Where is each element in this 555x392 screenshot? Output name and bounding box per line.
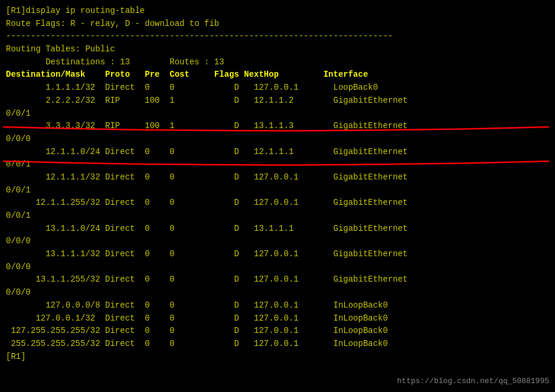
terminal-line: Route Flags: R - relay, D - download to … xyxy=(6,18,549,31)
terminal-line: 0/0/1 xyxy=(6,210,549,223)
terminal-window: [R1]display ip routing-tableRoute Flags:… xyxy=(0,0,555,392)
terminal-line: 2.2.2.2/32 RIP 100 1 D 12.1.1.2 GigabitE… xyxy=(6,94,549,107)
terminal-line: 12.1.1.255/32 Direct 0 0 D 127.0.0.1 Gig… xyxy=(6,197,549,210)
terminal-line: 0/0/1 xyxy=(6,107,549,120)
terminal-line: Destinations : 13 Routes : 13 xyxy=(6,56,549,69)
terminal-line: 127.0.0.0/8 Direct 0 0 D 127.0.0.1 InLoo… xyxy=(6,299,549,312)
terminal-line: 0/0/0 xyxy=(6,261,549,274)
terminal-line: 127.0.0.1/32 Direct 0 0 D 127.0.0.1 InLo… xyxy=(6,312,549,325)
terminal-line: 0/0/0 xyxy=(6,133,549,146)
terminal-line: 0/0/0 xyxy=(6,235,549,248)
terminal-line: 13.1.1.255/32 Direct 0 0 D 127.0.0.1 Gig… xyxy=(6,273,549,286)
terminal-line: 12.1.1.1/32 Direct 0 0 D 127.0.0.1 Gigab… xyxy=(6,171,549,184)
terminal-line: [R1]display ip routing-table xyxy=(6,5,549,18)
watermark: https://blog.csdn.net/qq_50881995 xyxy=(397,375,549,387)
terminal-line: 13.1.1.0/24 Direct 0 0 D 13.1.1.1 Gigabi… xyxy=(6,223,549,236)
terminal-line: Routing Tables: Public xyxy=(6,43,549,56)
terminal-line: 0/0/0 xyxy=(6,286,549,299)
terminal-line: 0/0/1 xyxy=(6,158,549,171)
terminal-line: 3.3.3.3/32 RIP 100 1 D 13.1.1.3 GigabitE… xyxy=(6,120,549,133)
terminal-line: 255.255.255.255/32 Direct 0 0 D 127.0.0.… xyxy=(6,338,549,351)
terminal-line: [R1] xyxy=(6,351,549,364)
terminal-line: 1.1.1.1/32 Direct 0 0 D 127.0.0.1 LoopBa… xyxy=(6,81,549,94)
terminal-line: 12.1.1.0/24 Direct 0 0 D 12.1.1.1 Gigabi… xyxy=(6,146,549,159)
terminal-line: ----------------------------------------… xyxy=(6,30,549,43)
terminal-line: 13.1.1.1/32 Direct 0 0 D 127.0.0.1 Gigab… xyxy=(6,248,549,261)
terminal-line: Destination/Mask Proto Pre Cost Flags Ne… xyxy=(6,68,549,81)
terminal-line: 127.255.255.255/32 Direct 0 0 D 127.0.0.… xyxy=(6,325,549,338)
terminal-line: 0/0/1 xyxy=(6,184,549,197)
